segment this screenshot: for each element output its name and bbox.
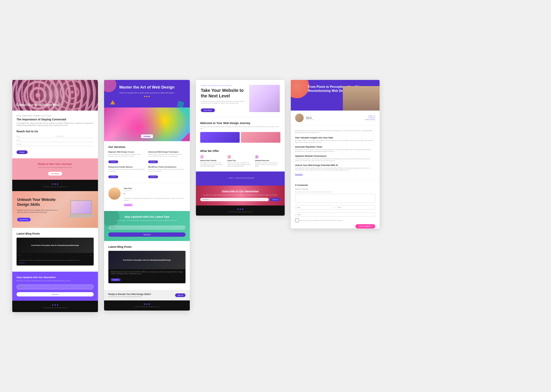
card1-body: HAVE SOMETHING IN MIND? LET'S TALK The I… bbox=[12, 111, 98, 158]
card4-section-3-text: From AI powered caching to content deliv… bbox=[295, 158, 375, 162]
card1-arrow-next[interactable]: › bbox=[90, 254, 91, 257]
card3-hero-btn[interactable]: Learn More bbox=[201, 108, 215, 112]
card2-cta-btn[interactable]: Sign Up bbox=[175, 293, 186, 297]
card3-offer-3: 🔗 Valuable Resources Handpicked, invalua… bbox=[255, 155, 280, 167]
card2-blog-img: From Pixels to Perception: How AI is Rev… bbox=[108, 251, 186, 269]
card4-comment-textarea[interactable] bbox=[295, 194, 375, 203]
card1-tag: HAVE SOMETHING IN MIND? LET'S TALK bbox=[17, 115, 94, 117]
card1-footer-dots bbox=[17, 183, 94, 185]
card4-email-input[interactable] bbox=[336, 205, 375, 209]
card4-section-4-title: Unlock Your Web Design Potential With AI bbox=[295, 164, 375, 166]
card2-service-4-btn[interactable]: Learn More bbox=[148, 175, 158, 178]
card2-nl-btn[interactable]: Subscribe bbox=[108, 232, 186, 237]
card1-field-address-label: Address bbox=[17, 139, 94, 141]
card2-service-4-desc: Discover how to develop a WordPress them… bbox=[148, 168, 186, 172]
card3-cta-band: — John T., Aspiring Web Designer bbox=[196, 172, 285, 186]
card3-nl-title: Subscribe to Our Newsletter bbox=[200, 190, 280, 193]
card1-footer-dot-3 bbox=[57, 183, 58, 185]
card3-cta-name: John T., Aspiring Web Designer bbox=[229, 177, 254, 179]
card1-nl-input[interactable] bbox=[17, 285, 94, 289]
card2-service-3: Responsive Design Mastery Learn how to c… bbox=[108, 166, 146, 179]
card2-hero-dots bbox=[109, 96, 185, 97]
shape-triangle-bl bbox=[110, 100, 115, 104]
card2-readmore[interactable]: Read More bbox=[124, 204, 133, 206]
card2-hero-dot-1 bbox=[144, 96, 145, 97]
card1-blog-info-text: Latest post about how AI is changing the… bbox=[19, 259, 91, 261]
card3-tiles bbox=[200, 132, 280, 143]
card2-testimonial-role: Inspiring Quote bbox=[124, 190, 186, 191]
card2-service-3-name: Responsive Design Mastery bbox=[108, 166, 146, 168]
laptop-screen bbox=[70, 200, 92, 214]
card1-reach-title: Reach Out to Us bbox=[17, 130, 94, 133]
card2-service-1-btn[interactable]: Learn More bbox=[108, 160, 118, 163]
card4-comment-fields bbox=[295, 205, 375, 209]
card3-nl-btn[interactable]: Subscribe bbox=[270, 198, 280, 201]
card4-meta-text: Written By Dracow March 1, 2024 bbox=[306, 115, 314, 120]
card4-save-checkbox[interactable] bbox=[295, 218, 299, 222]
card3-nl-row: Subscribe bbox=[200, 198, 280, 201]
card1-field-email-label: Email Address bbox=[56, 135, 94, 137]
card1-nl-btn[interactable]: Subscribe bbox=[17, 292, 94, 296]
card2-blog-card: From Pixels to Perception: How AI is Rev… bbox=[108, 251, 186, 283]
card2-service-3-desc: Learn how to create a stunning responsiv… bbox=[108, 168, 146, 172]
card1-footer-dots-2 bbox=[17, 304, 94, 306]
card1-blog-img-title: From Pixels to Perception: How AI is Rev… bbox=[31, 244, 79, 246]
card1-blog-read[interactable]: Read More bbox=[19, 262, 91, 264]
card3-offer: What We Offer 📖 Step-by-Step Tutorials F… bbox=[196, 149, 285, 172]
card2-service-3-btn[interactable]: Learn More bbox=[108, 175, 118, 178]
card4-readmore[interactable]: Read More bbox=[295, 173, 375, 175]
card2-avatar-inner bbox=[108, 187, 121, 200]
card2-service-2-btn[interactable]: Read More bbox=[148, 160, 158, 163]
card1-field-message-label: Message bbox=[17, 143, 94, 145]
card3-offer-3-desc: Handpicked, invaluable resources that ar… bbox=[255, 162, 280, 167]
card1-field-email: Email Address bbox=[56, 135, 94, 138]
card2-flower-tag: caitinge bbox=[141, 134, 153, 138]
card3-offer-2-icon: 💡 bbox=[227, 155, 231, 159]
card4-hero-img bbox=[343, 86, 380, 111]
card3-nl-input[interactable] bbox=[200, 198, 269, 201]
card4-comments-title: 0 Comments bbox=[295, 184, 375, 186]
card1-submit-btn[interactable]: Submit bbox=[17, 150, 28, 154]
card2-testimonial-text: "I started with no knowledge of web desi… bbox=[124, 198, 186, 201]
card2-nl-text: Get more online content, tips and articl… bbox=[108, 220, 186, 221]
card3-footer-text: © 2024 Web Design Blog. All Rights Reser… bbox=[199, 211, 282, 213]
card4-submit-btn[interactable]: POST COMMENT bbox=[355, 224, 375, 228]
card4-hero-img-inner bbox=[343, 86, 380, 111]
card2-cta-text-block: Ready to Elevate Your Web Design Skills?… bbox=[108, 293, 151, 297]
card4-section-3: Optimize Website Performance From AI pow… bbox=[295, 155, 375, 162]
card3-cta-text: — John T., Aspiring Web Designer bbox=[200, 177, 280, 179]
card2-testimonial: Jane Doe Inspiring Quote " "I started wi… bbox=[104, 183, 190, 211]
card2-hero: Master the Art of Web Design Unlock your… bbox=[104, 80, 190, 107]
card1-nl-text: Subscribe to our newsletter and get the … bbox=[17, 280, 94, 282]
card-take-website: ELEVATE YOUR WEBSITE DESIGN JOURNEY Take… bbox=[196, 80, 285, 216]
card1-hero2-btn[interactable]: Explore Now bbox=[17, 218, 31, 221]
card4-website-input[interactable] bbox=[295, 213, 375, 217]
card4-name-input[interactable] bbox=[295, 205, 335, 209]
card4-stat-reactions: Reactions: 0 bbox=[369, 115, 375, 117]
card3-offer-2-name: Expert Tips bbox=[227, 160, 253, 161]
card2-cta-desc: Take the next step and start creating be… bbox=[108, 296, 151, 297]
card1-footer-dot-5 bbox=[54, 304, 56, 306]
card1-hero2-body: Empower yourself on your website with ou… bbox=[17, 209, 59, 213]
card4-comments: 0 Comments Submit a Comment Your email a… bbox=[291, 179, 380, 228]
card2-newsletter: Stay Updated with Our Latest Tips Get mo… bbox=[104, 211, 190, 241]
card4-section-2-text: Obviously, AI tools are being used in ma… bbox=[295, 149, 375, 153]
card1-arrow-prev[interactable]: ‹ bbox=[19, 254, 20, 257]
card2-blog-btn[interactable]: Read More bbox=[111, 278, 121, 281]
card3-footer-dots bbox=[199, 209, 282, 210]
card4-comment-prompt: Submit a Comment bbox=[295, 188, 375, 190]
card1-hero-title: Contact Our Web Design Blog bbox=[16, 103, 60, 107]
card1-field-name: Name bbox=[17, 135, 54, 138]
card2-nl-input[interactable] bbox=[108, 225, 186, 230]
card4-section-1-text: AI's ability to analyze data and make re… bbox=[295, 140, 375, 143]
card2-footer-dot-2 bbox=[146, 303, 148, 305]
card3-offer-3-icon: 🔗 bbox=[255, 155, 259, 159]
card1-hero-text: Contact Our Web Design Blog bbox=[16, 103, 60, 107]
card2-cta-title: Ready to Elevate Your Web Design Skills? bbox=[108, 293, 151, 295]
card1-cta-btn[interactable]: Get Started bbox=[48, 172, 62, 175]
card2-service-2-desc: Take your skills to the next level with … bbox=[148, 153, 186, 157]
card4-hero: From Pixels to Perception: How AI is Rev… bbox=[291, 80, 380, 111]
card2-service-4: WordPress Theme Development Discover how… bbox=[148, 166, 186, 179]
card1-latest-title: Latest Blog Posts bbox=[17, 232, 94, 235]
card1-footer-text-2: © 2024 Web Design Blog. All Rights Reser… bbox=[17, 307, 94, 308]
